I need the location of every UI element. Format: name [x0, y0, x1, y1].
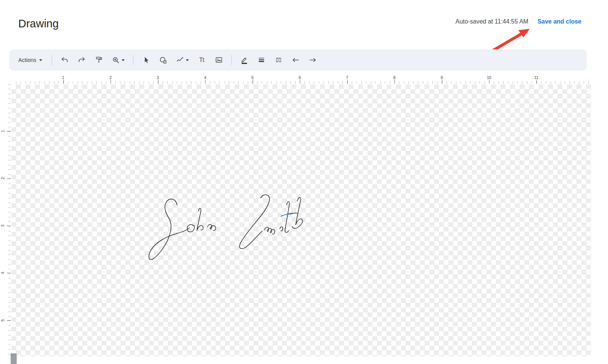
text-tool-button[interactable]: Tt [195, 53, 209, 67]
toolbar-divider [133, 55, 133, 65]
ruler-number: 3 [157, 75, 159, 80]
ruler-tick [63, 80, 64, 84]
ruler-number: 9 [441, 75, 443, 80]
ruler-tick [205, 80, 206, 84]
actions-menu-button[interactable]: Actions [14, 53, 46, 67]
shape-icon [159, 56, 167, 64]
select-cursor-icon [142, 56, 150, 64]
insert-image-button[interactable] [212, 53, 226, 67]
ruler-tick [7, 226, 11, 226]
ruler-tick [7, 131, 11, 131]
line-color-button[interactable] [238, 53, 251, 67]
ruler-number: 1 [62, 75, 65, 80]
ruler-tick [7, 273, 11, 273]
ruler-number: 10 [487, 75, 491, 80]
line-color-pencil-icon [240, 56, 249, 64]
ruler-number: 6 [299, 75, 301, 80]
scrollbar-corner [11, 353, 17, 364]
arrow-start-icon [291, 56, 300, 64]
signature-path [149, 199, 189, 260]
signature-path [285, 202, 290, 233]
zoom-icon [112, 56, 120, 64]
line-tool-button[interactable] [173, 53, 192, 67]
ruler-tick [300, 80, 300, 84]
line-end-button[interactable] [306, 53, 320, 67]
ruler-tick [7, 320, 11, 321]
ruler-tick [537, 80, 537, 84]
ruler-tick [158, 80, 158, 84]
ruler-number: 2 [109, 75, 112, 80]
undo-button[interactable] [58, 53, 71, 67]
drawing-canvas[interactable] [11, 84, 591, 356]
actions-menu-label: Actions [18, 57, 36, 63]
redo-button[interactable] [75, 53, 89, 67]
chevron-down-icon [186, 59, 189, 61]
signature-path [197, 208, 203, 231]
ruler-tick [394, 80, 395, 84]
select-tool-button[interactable] [139, 53, 153, 67]
ruler-number: 5 [252, 75, 254, 80]
ruler-tick [442, 80, 442, 84]
ruler-number: 5 [0, 319, 5, 321]
chevron-down-icon [39, 59, 42, 61]
ruler-tick [489, 80, 489, 84]
chevron-down-icon [122, 59, 125, 61]
horizontal-ruler: 1234567891011 [11, 73, 591, 84]
signature-path [264, 227, 275, 234]
text-tool-icon: Tt [199, 57, 204, 63]
arrow-end-icon [309, 56, 317, 64]
vertical-ruler: 12345 [0, 84, 11, 356]
line-dash-button[interactable] [272, 53, 285, 67]
dialog-title: Drawing [18, 17, 59, 30]
line-weight-button[interactable] [255, 53, 268, 67]
autosave-status: Auto-saved at 11:44:55 AM [456, 18, 529, 25]
signature-path [207, 225, 216, 231]
paint-format-icon [95, 56, 103, 64]
signature-path [187, 225, 195, 232]
header-actions: Auto-saved at 11:44:55 AM Save and close [456, 18, 581, 25]
ruler-number: 2 [0, 177, 5, 179]
signature-drawing[interactable] [147, 192, 318, 268]
line-weight-icon [257, 56, 266, 64]
signature-path [280, 227, 283, 231]
shape-tool-button[interactable] [156, 53, 170, 67]
ruler-number: 1 [0, 130, 5, 132]
horizontal-ruler-ticks [16, 81, 591, 84]
ruler-number: 8 [393, 75, 396, 80]
drawing-toolbar: Actions [9, 49, 587, 71]
ruler-tick [7, 178, 11, 179]
zoom-button[interactable] [109, 53, 127, 67]
save-and-close-button[interactable]: Save and close [537, 18, 581, 25]
paint-format-button[interactable] [92, 53, 106, 67]
signature-path [239, 195, 269, 248]
ruler-number: 4 [204, 75, 206, 80]
toolbar-divider [231, 55, 232, 65]
ruler-number: 4 [0, 272, 5, 274]
line-dash-icon [274, 56, 283, 64]
ruler-number: 11 [534, 75, 538, 80]
ruler-tick [111, 80, 111, 84]
undo-icon [60, 56, 69, 64]
dialog-header: Drawing Auto-saved at 11:44:55 AM Save a… [0, 0, 608, 46]
ruler-tick [253, 80, 253, 84]
scribble-line-icon [176, 56, 184, 64]
drawing-dialog: Drawing Auto-saved at 11:44:55 AM Save a… [0, 0, 608, 364]
ruler-tick [347, 80, 348, 84]
toolbar-divider [52, 55, 52, 65]
ruler-number: 7 [346, 75, 348, 80]
vertical-ruler-ticks [8, 84, 11, 356]
line-start-button[interactable] [289, 53, 302, 67]
redo-icon [78, 56, 86, 64]
image-icon [215, 56, 223, 64]
ruler-number: 3 [0, 225, 5, 227]
